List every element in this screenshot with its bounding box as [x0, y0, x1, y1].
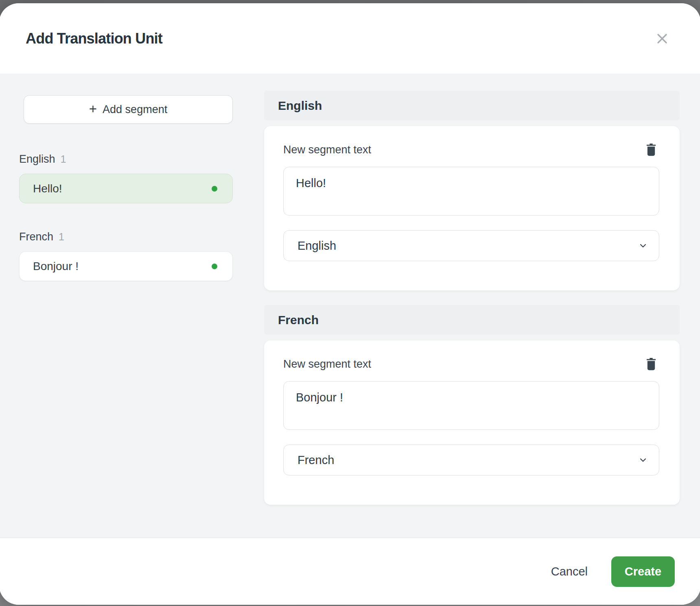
add-translation-unit-modal: Add Translation Unit + Add segment Engli… — [0, 3, 700, 605]
language-group-label: English 1 — [19, 153, 233, 166]
segment-count: 1 — [61, 153, 66, 165]
language-name: French — [19, 231, 53, 243]
language-group-french: French 1 Bonjour ! — [19, 231, 233, 281]
segment-item-french[interactable]: Bonjour ! — [19, 251, 233, 281]
cancel-button[interactable]: Cancel — [551, 565, 588, 578]
segment-text-input[interactable]: Hello! — [283, 167, 659, 216]
card-top-row: New segment text — [283, 353, 659, 375]
delete-segment-button[interactable] — [643, 142, 659, 158]
segment-item-english[interactable]: Hello! — [19, 174, 233, 203]
segment-text: Hello! — [33, 182, 62, 195]
modal-body: + Add segment English 1 Hello! French 1 — [0, 74, 700, 538]
status-dot-icon — [212, 264, 217, 269]
selected-language: French — [298, 453, 334, 467]
chevron-down-icon — [638, 240, 648, 251]
language-select[interactable]: French — [283, 445, 659, 475]
modal-footer: Cancel Create — [0, 538, 700, 605]
close-button[interactable] — [653, 29, 672, 48]
segment-card-french: New segment text Bonjour ! French — [264, 340, 680, 505]
status-dot-icon — [212, 186, 217, 192]
segment-text-input[interactable]: Bonjour ! — [283, 381, 659, 430]
language-name: English — [19, 153, 55, 166]
segments-sidebar: + Add segment English 1 Hello! French 1 — [19, 91, 233, 538]
language-group-label: French 1 — [19, 231, 233, 243]
close-icon — [654, 31, 670, 47]
trash-icon — [645, 357, 658, 371]
segment-card-english: New segment text Hello! English — [264, 126, 680, 290]
language-group-english: English 1 Hello! — [19, 153, 233, 203]
modal-title: Add Translation Unit — [26, 30, 162, 47]
modal-header: Add Translation Unit — [0, 3, 700, 74]
segment-text: Bonjour ! — [33, 260, 79, 273]
segment-count: 1 — [59, 231, 64, 243]
section-heading: French — [278, 313, 319, 327]
delete-segment-button[interactable] — [643, 356, 659, 372]
language-select[interactable]: English — [283, 230, 659, 261]
create-button[interactable]: Create — [611, 556, 675, 587]
trash-icon — [645, 143, 658, 157]
section-header-french: French — [264, 305, 680, 335]
selected-language: English — [298, 239, 336, 253]
section-header-english: English — [264, 91, 680, 120]
segment-editor: English New segment text Hello! English — [264, 91, 680, 538]
add-segment-label: Add segment — [103, 103, 167, 116]
chevron-down-icon — [638, 455, 648, 465]
plus-icon: + — [89, 102, 97, 116]
section-heading: English — [278, 99, 322, 113]
field-label: New segment text — [283, 358, 371, 371]
field-label: New segment text — [283, 144, 371, 156]
card-top-row: New segment text — [283, 139, 659, 160]
add-segment-button[interactable]: + Add segment — [24, 95, 233, 124]
